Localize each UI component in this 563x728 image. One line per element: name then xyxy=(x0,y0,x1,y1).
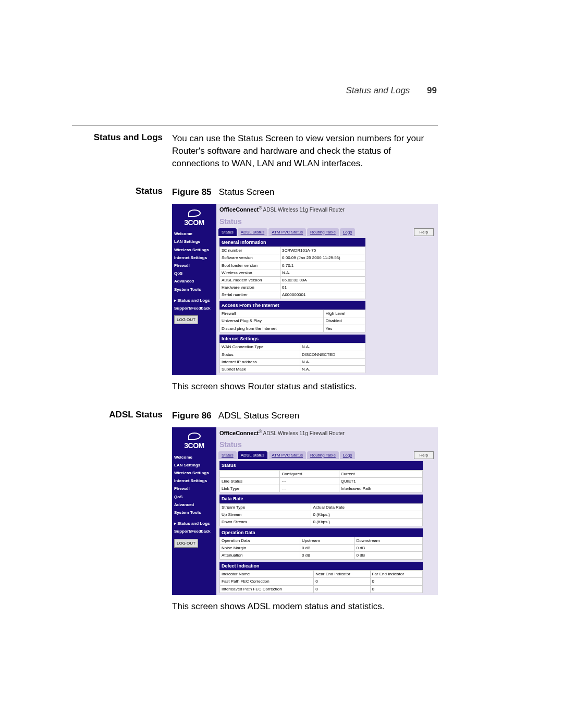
table-row: Universal Plug & PlayDisabled xyxy=(220,317,365,325)
sidebar-item-lan[interactable]: LAN Settings xyxy=(172,461,216,469)
tab-atm-pvc[interactable]: ATM PVC Status xyxy=(268,451,306,459)
vendor-logo-text: 3COM xyxy=(184,441,204,451)
pane-title: Status xyxy=(216,216,438,228)
sidebar-item-qos[interactable]: QoS xyxy=(172,493,216,501)
sidebar-item-support[interactable]: Support/Feedback xyxy=(172,527,216,535)
adsl-status-table: ConfiguredCurrent Line Status---QUIET1 L… xyxy=(219,470,423,493)
sidebar-item-lan[interactable]: LAN Settings xyxy=(172,238,216,245)
tab-atm-pvc[interactable]: ATM PVC Status xyxy=(268,228,306,236)
tab-status[interactable]: Status xyxy=(218,451,237,459)
figure-86-caption: This screen shows ADSL modem status and … xyxy=(172,600,438,613)
help-button[interactable]: Help xyxy=(414,451,434,459)
sidebar-item-advanced[interactable]: Advanced xyxy=(172,501,216,509)
sidebar-item-qos[interactable]: QoS xyxy=(172,269,216,277)
page-number: 99 xyxy=(427,85,437,95)
table-row: StatusDISCONNECTED xyxy=(220,351,365,358)
figure-86-title: ADSL Status Screen xyxy=(218,411,299,421)
table-row: Fast Path FEC Correction00 xyxy=(220,578,423,585)
sidebar-item-wireless[interactable]: Wireless Settings xyxy=(172,246,216,254)
status-label: Status xyxy=(72,186,172,199)
figure-86-ref: Figure 86 xyxy=(172,411,212,421)
access-internet-table: FirewallHigh Level Universal Plug & Play… xyxy=(219,310,365,332)
tabs-row: Status ADSL Status ATM PVC Status Routin… xyxy=(216,451,355,459)
table-row: Wireless versionN.A. xyxy=(220,269,365,276)
brand-line: OfficeConnect® ADSL Wireless 11g Firewal… xyxy=(216,427,438,439)
operation-data-table: Operation DataUpstreamDownstream Noise M… xyxy=(219,537,423,560)
help-button[interactable]: Help xyxy=(414,228,434,236)
page-content: Status and Logs You can use the Status S… xyxy=(72,132,438,615)
tab-routing[interactable]: Routing Table xyxy=(307,451,339,459)
data-rate-table: Stream TypeActual Data Rate Up Stream0 (… xyxy=(219,503,423,526)
tab-status[interactable]: Status xyxy=(218,228,237,236)
table-row: Noise Margin0 dB0 dB xyxy=(220,545,423,552)
header-title: Status and Logs xyxy=(346,85,410,95)
sidebar-item-internet[interactable]: Internet Settings xyxy=(172,254,216,262)
tabs-row: Status ADSL Status ATM PVC Status Routin… xyxy=(216,228,355,236)
vendor-logo: 3COM xyxy=(172,429,216,453)
sidebar-item-welcome[interactable]: Welcome xyxy=(172,230,216,238)
tab-adsl-status[interactable]: ADSL Status xyxy=(238,451,268,459)
table-row: Internet IP addressN.A. xyxy=(220,358,365,365)
table-row: Subnet MaskN.A. xyxy=(220,365,365,373)
pane-title: Status xyxy=(216,439,438,451)
table-row: Link Type---Interleaved Path xyxy=(220,485,423,492)
table-row: Stream TypeActual Data Rate xyxy=(220,503,423,511)
defect-indication-table: Indicator NameNear End IndicatorFar End … xyxy=(219,570,423,593)
vendor-logo-text: 3COM xyxy=(184,218,204,228)
tab-routing[interactable]: Routing Table xyxy=(307,228,339,236)
logo-swirl-icon xyxy=(188,209,201,217)
logout-button[interactable]: LOG OUT xyxy=(174,539,198,548)
sidebar-item-statuslogs[interactable]: Status and Logs xyxy=(172,297,216,304)
table-row: Indicator NameNear End IndicatorFar End … xyxy=(220,571,423,578)
tab-logs[interactable]: Logs xyxy=(340,451,355,459)
sidebar-item-statuslogs[interactable]: Status and Logs xyxy=(172,520,216,527)
product-name: OfficeConnect xyxy=(219,430,259,436)
access-internet-header: Access From The Internet xyxy=(219,301,365,310)
header-rule xyxy=(72,125,438,126)
sidebar-item-internet[interactable]: Internet Settings xyxy=(172,477,216,485)
section-heading: Status and Logs xyxy=(72,132,172,169)
sidebar-item-wireless[interactable]: Wireless Settings xyxy=(172,469,216,477)
sidebar-item-advanced[interactable]: Advanced xyxy=(172,277,216,285)
vendor-logo: 3COM xyxy=(172,206,216,230)
router-sidebar: 3COM Welcome LAN Settings Wireless Setti… xyxy=(172,427,216,595)
running-header: Status and Logs 99 xyxy=(346,85,437,96)
tab-adsl-status[interactable]: ADSL Status xyxy=(238,228,268,236)
defect-indication-header: Defect Indication xyxy=(219,562,423,571)
table-row: ConfiguredCurrent xyxy=(220,470,423,477)
operation-data-header: Operation Data xyxy=(219,528,423,537)
table-row: Discard ping from the InternetYes xyxy=(220,325,365,332)
table-row: Interleaved Path FEC Correction00 xyxy=(220,585,423,593)
product-desc: ADSL Wireless 11g Firewall Router xyxy=(263,207,345,213)
table-row: Down Stream0 (Kbps.) xyxy=(220,519,423,526)
tab-logs[interactable]: Logs xyxy=(340,228,355,236)
table-row: Boot loader version0.70.1 xyxy=(220,262,365,269)
figure-85-title: Status Screen xyxy=(219,187,275,197)
adsl-screenshot: 3COM Welcome LAN Settings Wireless Setti… xyxy=(172,427,438,595)
table-row: ADSL modem version06.02.02.00A xyxy=(220,277,365,284)
general-info-header: General Information xyxy=(219,238,365,247)
product-desc: ADSL Wireless 11g Firewall Router xyxy=(263,430,345,436)
table-row: 3C number3CRWDR101A-75 xyxy=(220,247,365,254)
table-row: Line Status---QUIET1 xyxy=(220,477,423,485)
figure-86-line: Figure 86 ADSL Status Screen xyxy=(172,410,438,422)
router-sidebar: 3COM Welcome LAN Settings Wireless Setti… xyxy=(172,204,216,375)
internet-settings-header: Internet Settings xyxy=(219,335,365,343)
data-rate-header: Data Rate xyxy=(219,495,423,503)
sidebar-item-systemtools[interactable]: System Tools xyxy=(172,509,216,516)
figure-85-ref: Figure 85 xyxy=(172,187,212,197)
sidebar-item-support[interactable]: Support/Feedback xyxy=(172,304,216,312)
sidebar-item-systemtools[interactable]: System Tools xyxy=(172,286,216,293)
general-info-table: 3C number3CRWDR101A-75 Software version0… xyxy=(219,246,365,299)
internet-settings-table: WAN Connection TypeN.A. StatusDISCONNECT… xyxy=(219,343,365,373)
sidebar-item-firewall[interactable]: Firewall xyxy=(172,485,216,492)
logout-button[interactable]: LOG OUT xyxy=(174,315,198,324)
sidebar-item-welcome[interactable]: Welcome xyxy=(172,453,216,461)
sidebar-item-firewall[interactable]: Firewall xyxy=(172,262,216,269)
figure-85-caption: This screen shows Router status and stat… xyxy=(172,380,438,393)
router-main-pane: OfficeConnect® ADSL Wireless 11g Firewal… xyxy=(216,427,438,595)
status-screenshot: 3COM Welcome LAN Settings Wireless Setti… xyxy=(172,204,438,375)
logo-swirl-icon xyxy=(188,433,201,440)
section-intro: You can use the Status Screen to view ve… xyxy=(172,132,438,169)
adsl-status-header: Status xyxy=(219,461,423,470)
